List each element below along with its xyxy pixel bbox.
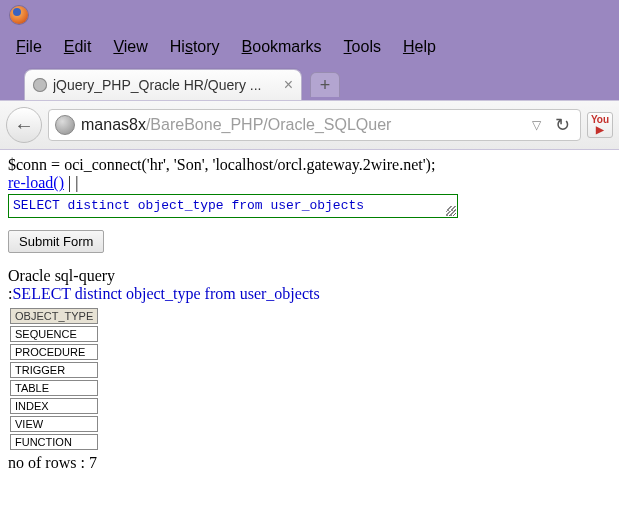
echoed-sql: :SELECT distinct object_type from user_o… [8,285,611,303]
result-heading: Oracle sql-query [8,267,611,285]
cell-object-type: TABLE [10,380,98,396]
row-count: no of rows : 7 [8,454,611,472]
menu-edit[interactable]: Edit [56,36,100,58]
cell-object-type: VIEW [10,416,98,432]
table-row: FUNCTION [10,434,98,450]
table-row: VIEW [10,416,98,432]
result-table: OBJECT_TYPE SEQUENCE PROCEDURE TRIGGER T… [8,306,100,452]
row-count-value: 7 [89,454,97,471]
column-header-object-type: OBJECT_TYPE [10,308,98,324]
row-count-label: no of rows : [8,454,89,471]
tab-active[interactable]: jQuery_PHP_Qracle HR/Query ... × [24,69,302,100]
echo-sql-text: SELECT distinct object_type from user_ob… [12,285,319,302]
reload-link-suffix: | | [64,174,78,191]
cell-object-type: INDEX [10,398,98,414]
table-header-row: OBJECT_TYPE [10,308,98,324]
tab-strip: jQuery_PHP_Qracle HR/Query ... × + [0,64,619,100]
menu-tools[interactable]: Tools [336,36,389,58]
plus-icon: + [320,75,331,96]
cell-object-type: PROCEDURE [10,344,98,360]
cell-object-type: SEQUENCE [10,326,98,342]
table-row: TABLE [10,380,98,396]
submit-button[interactable]: Submit Form [8,230,104,253]
url-path: /BareBone_PHP/Oracle_SQLQuer [146,116,391,133]
menu-view[interactable]: View [105,36,155,58]
titlebar [0,0,619,30]
url-text: manas8x/BareBone_PHP/Oracle_SQLQuer [81,116,522,134]
menubar: File Edit View History Bookmarks Tools H… [0,30,619,64]
sql-query-input[interactable] [8,194,458,218]
tab-favicon-icon [33,78,47,92]
back-button[interactable]: ← [6,107,42,143]
reload-button[interactable]: ↻ [551,114,574,136]
tab-close-icon[interactable]: × [276,76,293,94]
reload-line: re-load() | | [8,174,611,192]
cell-object-type: TRIGGER [10,362,98,378]
page-content: $conn = oci_connect('hr', 'Son', 'localh… [0,150,619,472]
menu-help[interactable]: Help [395,36,444,58]
new-tab-button[interactable]: + [310,72,340,97]
tab-title: jQuery_PHP_Qracle HR/Query ... [53,77,276,93]
firefox-icon [10,6,28,24]
arrow-left-icon: ← [14,114,34,137]
toolbar-extension-icon[interactable]: You▶ [587,112,613,138]
menu-file[interactable]: File [8,36,50,58]
menu-bookmarks[interactable]: Bookmarks [234,36,330,58]
menu-history[interactable]: History [162,36,228,58]
url-bar[interactable]: manas8x/BareBone_PHP/Oracle_SQLQuer ▽ ↻ [48,109,581,141]
table-row: SEQUENCE [10,326,98,342]
connection-line: $conn = oci_connect('hr', 'Son', 'localh… [8,156,611,174]
nav-toolbar: ← manas8x/BareBone_PHP/Oracle_SQLQuer ▽ … [0,100,619,150]
url-dropdown-icon[interactable]: ▽ [528,118,545,132]
globe-icon [55,115,75,135]
table-row: TRIGGER [10,362,98,378]
reload-link[interactable]: re-load() [8,174,64,191]
table-row: PROCEDURE [10,344,98,360]
table-row: INDEX [10,398,98,414]
url-host: manas8x [81,116,146,133]
youtube-icon: You▶ [591,115,609,135]
cell-object-type: FUNCTION [10,434,98,450]
